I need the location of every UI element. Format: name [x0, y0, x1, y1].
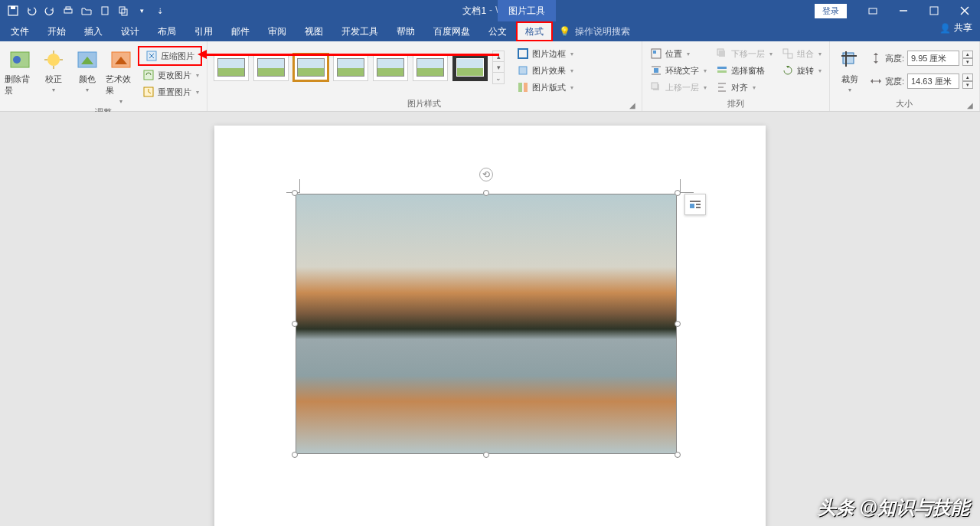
group-button[interactable]: 组合▾	[779, 46, 825, 61]
copy-icon[interactable]	[115, 2, 132, 19]
align-button[interactable]: 对齐▾	[713, 80, 776, 95]
tab-file[interactable]: 文件	[2, 21, 38, 41]
style-thumb[interactable]	[253, 54, 289, 81]
rotate-handle[interactable]: ⟲	[479, 168, 493, 181]
style-thumb-selected[interactable]	[293, 54, 328, 81]
svg-marker-52	[874, 61, 878, 64]
svg-rect-26	[518, 49, 528, 58]
svg-rect-7	[869, 8, 877, 14]
style-thumb[interactable]	[214, 54, 249, 81]
tab-mailings[interactable]: 邮件	[222, 21, 259, 41]
group-arrange-label: 排列	[647, 96, 825, 109]
qat-more-icon[interactable]: ▾	[133, 2, 150, 19]
tab-design[interactable]: 设计	[112, 21, 149, 41]
resize-handle[interactable]	[292, 321, 298, 327]
page[interactable]: ⟲	[214, 126, 766, 526]
group-icon	[782, 47, 794, 60]
save-icon[interactable]	[5, 2, 21, 19]
svg-marker-55	[879, 79, 881, 83]
style-thumb[interactable]	[333, 54, 368, 81]
new-icon[interactable]	[96, 2, 113, 19]
style-thumb[interactable]	[373, 54, 408, 81]
tab-review[interactable]: 审阅	[259, 21, 296, 41]
resize-handle[interactable]	[292, 452, 298, 458]
resize-handle[interactable]	[292, 190, 298, 196]
width-icon	[870, 75, 882, 87]
close-icon[interactable]	[949, 0, 980, 21]
wrap-text-button[interactable]: 环绕文字▾	[647, 63, 710, 78]
tab-gongwen[interactable]: 公文	[479, 21, 516, 41]
tab-baidu[interactable]: 百度网盘	[424, 21, 479, 41]
group-styles-label: 图片样式◢	[212, 96, 637, 109]
style-thumb[interactable]	[413, 54, 448, 81]
height-spinner[interactable]: ▴▾	[962, 51, 973, 66]
resize-handle[interactable]	[675, 452, 681, 458]
effects-icon	[109, 47, 133, 72]
dialog-launcher-icon[interactable]: ◢	[629, 101, 635, 109]
tab-help[interactable]: 帮助	[387, 21, 424, 41]
selection-pane-button[interactable]: 选择窗格	[713, 63, 776, 78]
group-size: 裁剪▾ 高度: 9.95 厘米 ▴▾ 宽度: 14.63 厘米 ▴▾ 大小◢	[830, 41, 980, 111]
layout-options-button[interactable]	[684, 194, 706, 215]
resize-handle[interactable]	[675, 190, 681, 196]
selection-icon	[716, 64, 728, 77]
group-arrange: 位置▾ 环绕文字▾ 上移一层▾ 下移一层▾ 选择窗格 对齐▾ 组合▾ 旋转▾ 排…	[642, 41, 830, 111]
height-input[interactable]: 9.95 厘米	[907, 51, 959, 66]
resize-handle[interactable]	[483, 452, 489, 458]
svg-rect-59	[696, 207, 701, 208]
tell-me-search[interactable]: 💡 操作说明搜索	[559, 21, 630, 41]
artistic-effects-button[interactable]: 艺术效果▾	[106, 44, 136, 105]
minimize-icon[interactable]	[888, 0, 919, 21]
svg-rect-32	[654, 68, 658, 73]
picture-border-button[interactable]: 图片边框▾	[514, 46, 577, 61]
change-picture-icon	[142, 69, 155, 81]
picture-layout-button[interactable]: 图片版式▾	[514, 80, 577, 95]
share-button[interactable]: 👤 共享	[939, 21, 972, 34]
qat-customize-icon[interactable]: ⇣	[152, 2, 168, 19]
width-spinner[interactable]: ▴▾	[962, 74, 973, 89]
resize-handle[interactable]	[483, 190, 489, 196]
open-icon[interactable]	[78, 2, 95, 19]
picture-effects-icon	[517, 64, 529, 77]
rotate-button[interactable]: 旋转▾	[779, 63, 825, 78]
bring-forward-button[interactable]: 上移一层▾	[647, 80, 710, 95]
remove-background-button[interactable]: 删除背景	[5, 44, 35, 96]
svg-rect-58	[696, 204, 701, 205]
color-button[interactable]: 颜色▾	[72, 44, 103, 93]
compress-icon	[145, 50, 158, 62]
picture-style-gallery[interactable]: ▴▾⌄	[212, 44, 506, 90]
watermark: 头条 @知识与技能	[818, 495, 969, 520]
maximize-icon[interactable]	[919, 0, 949, 21]
compress-pictures-button[interactable]: 压缩图片	[142, 48, 198, 64]
svg-rect-29	[524, 83, 528, 92]
reset-picture-button[interactable]: 重置图片▾	[139, 84, 202, 100]
ribbon-display-icon[interactable]	[858, 0, 888, 21]
undo-icon[interactable]	[23, 2, 40, 19]
tab-insert[interactable]: 插入	[75, 21, 112, 41]
dialog-launcher-icon[interactable]: ◢	[967, 101, 973, 109]
tab-developer[interactable]: 开发工具	[332, 21, 387, 41]
change-picture-button[interactable]: 更改图片▾	[139, 67, 202, 83]
login-button[interactable]: 登录	[815, 4, 847, 18]
crop-button[interactable]: 裁剪▾	[835, 44, 865, 93]
style-thumb[interactable]	[452, 54, 488, 81]
ribbon: 删除背景 校正▾ 颜色▾ 艺术效果▾ 压缩图片	[0, 41, 980, 112]
tab-home[interactable]: 开始	[38, 21, 75, 41]
tab-layout[interactable]: 布局	[149, 21, 185, 41]
resize-handle[interactable]	[675, 321, 681, 327]
svg-rect-1	[11, 6, 15, 9]
tab-format[interactable]: 格式	[516, 21, 553, 41]
picture-effects-button[interactable]: 图片效果▾	[514, 63, 577, 78]
svg-rect-45	[788, 54, 792, 58]
document-area[interactable]: ⟲	[0, 112, 980, 526]
redo-icon[interactable]	[41, 2, 58, 19]
selected-image[interactable]: ⟲	[296, 194, 677, 454]
tab-view[interactable]: 视图	[296, 21, 332, 41]
position-button[interactable]: 位置▾	[647, 46, 710, 61]
corrections-button[interactable]: 校正▾	[38, 44, 69, 93]
send-backward-button[interactable]: 下移一层▾	[713, 46, 776, 61]
width-input[interactable]: 14.63 厘米	[907, 74, 959, 89]
tab-references[interactable]: 引用	[185, 21, 222, 41]
ribbon-tabs: 文件 开始 插入 设计 布局 引用 邮件 审阅 视图 开发工具 帮助 百度网盘 …	[0, 21, 980, 41]
print-icon[interactable]	[60, 2, 77, 19]
